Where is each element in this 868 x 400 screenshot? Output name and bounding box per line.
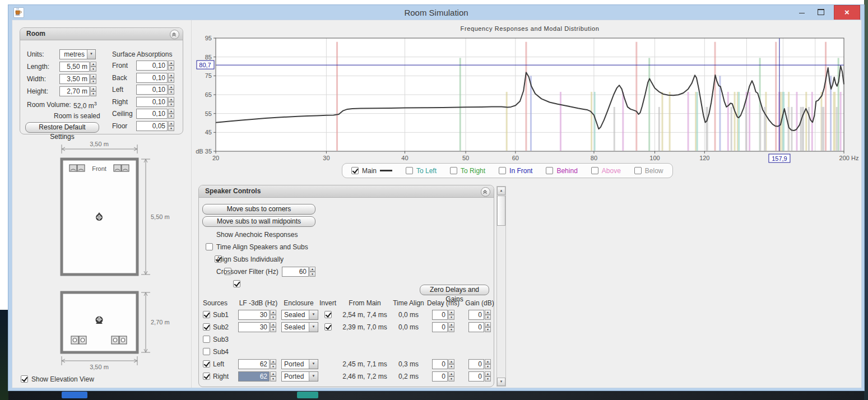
spin-up-icon[interactable]: ▲ <box>168 97 174 102</box>
spin-down-icon[interactable]: ▼ <box>309 272 315 277</box>
delay-stepper-sub2[interactable]: 0▲▼ <box>432 322 454 332</box>
spin-up-icon[interactable]: ▲ <box>270 359 276 364</box>
invert-checkbox-sub1[interactable] <box>324 311 332 318</box>
legend-checkbox-below[interactable] <box>634 167 642 174</box>
enclosure-select-sub1[interactable]: Sealed▼ <box>281 310 318 320</box>
invert-checkbox-sub2[interactable] <box>324 323 332 331</box>
delay-stepper-sub2-value[interactable]: 0 <box>432 322 448 332</box>
spin-up-icon[interactable]: ▲ <box>270 310 276 315</box>
source-checkbox-right[interactable] <box>203 373 210 380</box>
width-stepper[interactable]: 3,50 m ▲▼ <box>59 74 96 84</box>
spin-up-icon[interactable]: ▲ <box>270 371 276 376</box>
collapse-speaker-controls-button[interactable] <box>481 187 490 197</box>
enclosure-select-sub2[interactable]: Sealed▼ <box>281 322 318 332</box>
zero-delays-gains-button[interactable]: Zero Delays and Gains <box>420 285 489 295</box>
spin-down-icon[interactable]: ▼ <box>448 364 454 369</box>
move-subs-midpoints-button[interactable]: Move subs to wall midpoints <box>202 216 315 227</box>
absorption-left-stepper-value[interactable]: 0,10 <box>136 85 168 95</box>
spin-up-icon[interactable]: ▲ <box>448 359 454 364</box>
scrollbar-thumb[interactable] <box>497 196 505 226</box>
spin-up-icon[interactable]: ▲ <box>168 121 174 126</box>
absorption-right-stepper[interactable]: 0,10▲▼ <box>136 97 174 107</box>
crossover-checkbox[interactable] <box>233 280 240 287</box>
spin-down-icon[interactable]: ▼ <box>485 327 491 332</box>
absorption-back-stepper[interactable]: 0,10▲▼ <box>136 73 174 83</box>
spin-up-icon[interactable]: ▲ <box>485 322 491 327</box>
legend-checkbox-to-left[interactable] <box>406 167 413 174</box>
spin-up-icon[interactable]: ▲ <box>168 61 174 66</box>
gain-stepper-sub2-value[interactable]: 0 <box>468 322 484 332</box>
spin-up-icon[interactable]: ▲ <box>270 322 276 327</box>
spin-up-icon[interactable]: ▲ <box>90 62 96 67</box>
gain-stepper-right-value[interactable]: 0 <box>468 371 484 382</box>
spin-up-icon[interactable]: ▲ <box>90 74 96 79</box>
spin-down-icon[interactable]: ▼ <box>448 327 454 332</box>
gain-stepper-left-value[interactable]: 0 <box>468 359 484 369</box>
spin-down-icon[interactable]: ▼ <box>485 315 491 320</box>
spin-up-icon[interactable]: ▲ <box>485 359 491 364</box>
spin-down-icon[interactable]: ▼ <box>270 327 276 332</box>
enclosure-select-right[interactable]: Ported▼ <box>281 371 318 382</box>
absorption-front-stepper[interactable]: 0,10▲▼ <box>136 61 174 71</box>
show-anechoic-checkbox[interactable] <box>206 243 213 250</box>
height-value[interactable]: 2,70 m <box>59 86 90 96</box>
spin-down-icon[interactable]: ▼ <box>90 91 96 96</box>
absorption-ceiling-stepper[interactable]: 0,10▲▼ <box>136 109 174 119</box>
length-value[interactable]: 5,50 m <box>59 62 90 72</box>
spin-down-icon[interactable]: ▼ <box>448 315 454 320</box>
lf-stepper-right-value[interactable]: 62 <box>238 371 270 382</box>
gain-stepper-right[interactable]: 0▲▼ <box>468 371 491 382</box>
gain-stepper-sub1[interactable]: 0▲▼ <box>468 310 491 320</box>
lf-stepper-sub2[interactable]: 30▲▼ <box>238 322 276 332</box>
spin-up-icon[interactable]: ▲ <box>448 310 454 315</box>
frequency-chart[interactable]: Frequency Responses and Modal Distributi… <box>196 24 860 164</box>
spin-up-icon[interactable]: ▲ <box>168 85 174 90</box>
spin-down-icon[interactable]: ▼ <box>168 114 174 119</box>
spin-down-icon[interactable]: ▼ <box>168 78 174 83</box>
spin-down-icon[interactable]: ▼ <box>448 376 454 382</box>
spin-down-icon[interactable]: ▼ <box>485 364 491 369</box>
spin-down-icon[interactable]: ▼ <box>168 126 174 131</box>
height-stepper[interactable]: 2,70 m ▲▼ <box>59 86 96 96</box>
legend-checkbox-in-front[interactable] <box>499 167 506 174</box>
absorption-front-stepper-value[interactable]: 0,10 <box>136 61 168 71</box>
absorption-ceiling-stepper-value[interactable]: 0,10 <box>136 109 168 119</box>
enclosure-select-left[interactable]: Ported▼ <box>281 359 318 369</box>
room-top-view-diagram[interactable]: 3,50 m Front 5,50 m <box>54 140 184 281</box>
units-select[interactable]: metres ▼ <box>59 49 96 59</box>
lf-stepper-sub1-value[interactable]: 30 <box>238 310 270 320</box>
crossover-stepper[interactable]: 60 ▲▼ <box>282 267 315 277</box>
spin-up-icon[interactable]: ▲ <box>90 86 96 91</box>
absorption-floor-stepper[interactable]: 0,05▲▼ <box>136 121 174 131</box>
vertical-scrollbar[interactable]: ▲ ▼ <box>496 186 506 387</box>
lf-stepper-sub1[interactable]: 30▲▼ <box>238 310 276 320</box>
minimize-button[interactable] <box>793 5 810 19</box>
delay-stepper-left-value[interactable]: 0 <box>432 359 448 369</box>
delay-stepper-sub1-value[interactable]: 0 <box>432 310 448 320</box>
source-checkbox-sub3[interactable] <box>203 336 210 343</box>
gain-stepper-sub2[interactable]: 0▲▼ <box>468 322 491 332</box>
close-button[interactable]: × <box>834 5 860 20</box>
spin-down-icon[interactable]: ▼ <box>485 376 491 382</box>
gain-stepper-left[interactable]: 0▲▼ <box>468 359 491 369</box>
legend-checkbox-behind[interactable] <box>546 167 553 174</box>
delay-stepper-left[interactable]: 0▲▼ <box>432 359 454 369</box>
crossover-value[interactable]: 60 <box>282 267 309 277</box>
spin-down-icon[interactable]: ▼ <box>270 376 276 382</box>
restore-defaults-button[interactable]: Restore Default Settings <box>25 122 99 133</box>
lf-stepper-right[interactable]: 62▲▼ <box>238 371 276 382</box>
width-value[interactable]: 3,50 m <box>59 74 90 84</box>
legend-checkbox-main[interactable] <box>351 167 359 174</box>
spin-down-icon[interactable]: ▼ <box>270 364 276 369</box>
spin-up-icon[interactable]: ▲ <box>448 322 454 327</box>
spin-up-icon[interactable]: ▲ <box>168 73 174 78</box>
spin-up-icon[interactable]: ▲ <box>309 267 315 272</box>
lf-stepper-sub2-value[interactable]: 30 <box>238 322 270 332</box>
spin-down-icon[interactable]: ▼ <box>168 66 174 71</box>
legend-checkbox-to-right[interactable] <box>450 167 457 174</box>
spin-down-icon[interactable]: ▼ <box>168 102 174 107</box>
length-stepper[interactable]: 5,50 m ▲▼ <box>59 62 96 72</box>
title-bar[interactable]: Room Simulation × <box>8 5 864 20</box>
collapse-room-panel-button[interactable] <box>170 30 179 39</box>
scroll-up-icon[interactable]: ▲ <box>497 187 505 195</box>
